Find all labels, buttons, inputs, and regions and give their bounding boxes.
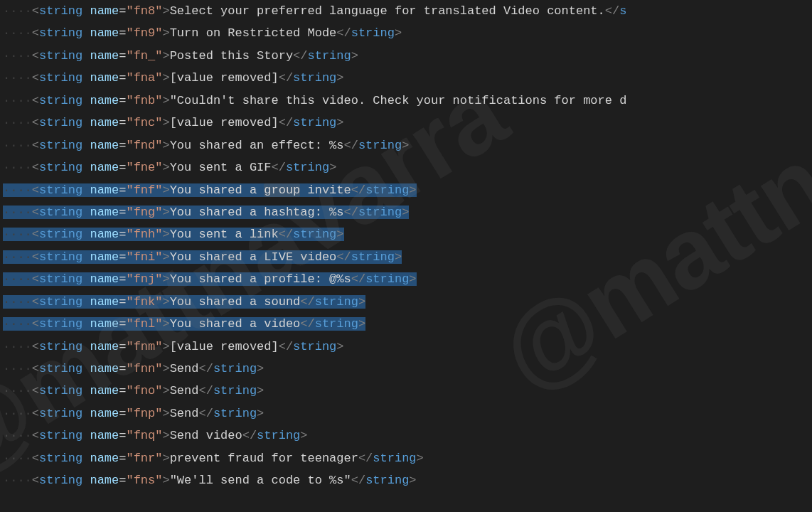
indent-guide: ···· <box>3 116 32 129</box>
code-line[interactable]: ····<string name="fnp">Send</string> <box>0 402 812 425</box>
xml-attr-value: "fne" <box>126 161 162 174</box>
code-line[interactable]: ····<string name="fnk">You shared a soun… <box>0 291 812 313</box>
xml-close-tag: string <box>351 26 395 40</box>
xml-tag: string <box>39 362 82 375</box>
xml-tag: string <box>39 4 82 18</box>
code-line[interactable]: ····<string name="fnc">[value removed]</… <box>0 112 812 134</box>
indent-guide: ···· <box>3 250 32 264</box>
xml-attr: name <box>90 49 119 63</box>
indent-guide: ···· <box>3 161 32 174</box>
xml-close-tag: string <box>315 317 358 331</box>
xml-attr-value: "fni" <box>126 250 162 264</box>
xml-close-tag: string <box>213 384 257 398</box>
xml-close-tag: string <box>373 452 416 465</box>
indent-guide: ···· <box>3 94 32 107</box>
code-line[interactable]: ····<string name="fni">You shared a LIVE… <box>0 246 812 268</box>
code-line[interactable]: ····<string name="fn8">Select your prefe… <box>0 0 812 22</box>
xml-attr: name <box>90 228 119 241</box>
xml-attr-value: "fna" <box>126 71 162 85</box>
xml-tag: string <box>39 71 82 85</box>
code-line[interactable]: ····<string name="fnj">You shared a prof… <box>0 268 812 290</box>
xml-attr-value: "fnf" <box>126 183 162 197</box>
xml-attr: name <box>90 317 119 331</box>
xml-tag: string <box>39 407 82 420</box>
xml-tag: string <box>39 228 82 241</box>
code-line[interactable]: ····<string name="fnn">Send</string> <box>0 358 812 380</box>
xml-close-tag: string <box>213 407 257 420</box>
indent-guide: ···· <box>3 429 32 442</box>
code-line[interactable]: ····<string name="fng">You shared a hash… <box>0 201 812 223</box>
xml-attr: name <box>90 429 119 442</box>
code-line[interactable]: ····<string name="fns">"We'll send a cod… <box>0 469 812 491</box>
xml-tag: string <box>39 161 82 174</box>
xml-tag: string <box>39 317 82 331</box>
xml-tag: string <box>39 49 82 63</box>
code-line[interactable]: ····<string name="fnm">[value removed]</… <box>0 336 812 358</box>
xml-close-tag: string <box>293 228 336 241</box>
code-line[interactable]: ····<string name="fne">You sent a GIF</s… <box>0 156 812 178</box>
indent-guide: ···· <box>3 317 32 331</box>
xml-attr-value: "fnh" <box>126 228 162 241</box>
indent-guide: ···· <box>3 183 32 197</box>
xml-tag: string <box>39 429 82 442</box>
xml-close-tag: string <box>358 206 402 219</box>
code-line[interactable]: ····<string name="fnd">You shared an eff… <box>0 134 812 156</box>
indent-guide: ···· <box>3 228 32 241</box>
xml-attr: name <box>90 206 119 219</box>
indent-guide: ···· <box>3 362 32 375</box>
code-line[interactable]: ····<string name="fnh">You sent a link</… <box>0 223 812 245</box>
xml-attr: name <box>90 71 119 85</box>
code-line[interactable]: ····<string name="fnr">prevent fraud for… <box>0 447 812 469</box>
xml-close-tag: string <box>365 272 409 286</box>
xml-attr: name <box>90 340 119 353</box>
xml-tag: string <box>39 94 82 107</box>
code-editor[interactable]: ····<string name="fn8">Select your prefe… <box>0 0 812 492</box>
xml-close-tag: string <box>315 295 358 309</box>
xml-close-tag: string <box>365 474 409 487</box>
indent-guide: ···· <box>3 71 32 85</box>
xml-attr: name <box>90 295 119 309</box>
code-line[interactable]: ····<string name="fnl">You shared a vide… <box>0 313 812 335</box>
indent-guide: ···· <box>3 272 32 286</box>
xml-tag: string <box>39 116 82 129</box>
code-line[interactable]: ····<string name="fn_">Posted this Story… <box>0 45 812 67</box>
indent-guide: ···· <box>3 295 32 309</box>
xml-close-tag: string <box>365 183 409 197</box>
xml-close-tag: string <box>286 161 329 174</box>
xml-attr: name <box>90 139 119 152</box>
indent-guide: ···· <box>3 26 32 40</box>
indent-guide: ···· <box>3 340 32 353</box>
indent-guide: ···· <box>3 139 32 152</box>
xml-tag: string <box>39 139 82 152</box>
xml-close-tag: string <box>358 139 402 152</box>
xml-close-tag: string <box>308 49 351 63</box>
indent-guide: ···· <box>3 384 32 398</box>
code-line[interactable]: ····<string name="fnf">You shared a grou… <box>0 179 812 201</box>
indent-guide: ···· <box>3 49 32 63</box>
xml-attr: name <box>90 94 119 107</box>
xml-attr-value: "fn8" <box>126 4 162 18</box>
xml-tag: string <box>39 295 82 309</box>
indent-guide: ···· <box>3 4 32 18</box>
indent-guide: ···· <box>3 407 32 420</box>
xml-tag: string <box>39 452 82 465</box>
xml-attr-value: "fnb" <box>126 94 162 107</box>
xml-tag: string <box>39 474 82 487</box>
xml-attr-value: "fns" <box>126 474 162 487</box>
xml-attr: name <box>90 362 119 375</box>
xml-tag: string <box>39 272 82 286</box>
xml-close-tag: string <box>293 340 336 353</box>
indent-guide: ···· <box>3 474 32 487</box>
xml-attr-value: "fnm" <box>126 340 162 353</box>
xml-close-tag: string <box>293 71 336 85</box>
xml-close-tag: string <box>351 250 395 264</box>
code-line[interactable]: ····<string name="fnq">Send video</strin… <box>0 425 812 447</box>
code-line[interactable]: ····<string name="fno">Send</string> <box>0 380 812 402</box>
code-line[interactable]: ····<string name="fnb">"Couldn't share t… <box>0 90 812 112</box>
code-line[interactable]: ····<string name="fna">[value removed]</… <box>0 67 812 89</box>
xml-attr-value: "fnl" <box>126 317 162 331</box>
indent-guide: ···· <box>3 206 32 219</box>
xml-tag: string <box>39 250 82 264</box>
code-line[interactable]: ····<string name="fn9">Turn on Restricte… <box>0 22 812 44</box>
xml-attr: name <box>90 272 119 286</box>
